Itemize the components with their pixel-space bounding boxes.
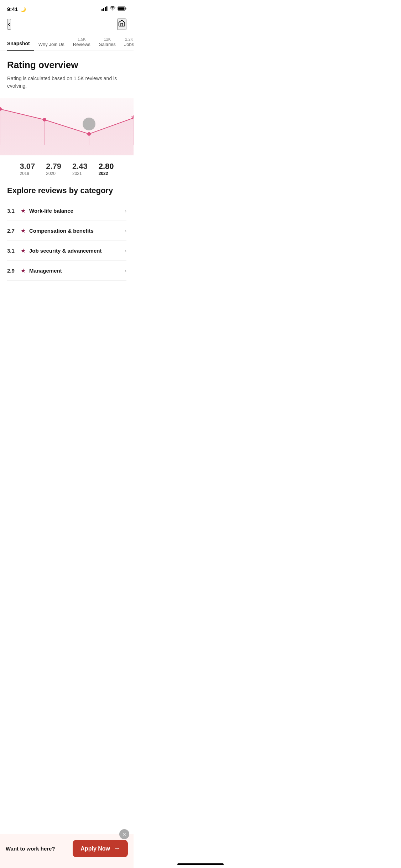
- tab-snapshot[interactable]: Snapshot: [7, 38, 34, 51]
- category-rating-compensation: 2.7: [7, 228, 17, 234]
- wifi-icon: [110, 6, 115, 12]
- tab-reviews-count: 1.5K: [78, 37, 86, 42]
- category-list: 3.1 ★ Work-life balance › 2.7 ★ Compensa…: [7, 201, 126, 281]
- category-name-job-security: Job security & advancement: [29, 248, 101, 254]
- home-button[interactable]: [117, 19, 126, 30]
- category-left-management: 2.9 ★ Management: [7, 267, 62, 274]
- nav-bar: ‹: [0, 16, 134, 34]
- explore-title: Explore reviews by category: [7, 186, 126, 195]
- star-icon-management: ★: [21, 267, 26, 274]
- category-management[interactable]: 2.9 ★ Management ›: [7, 261, 126, 281]
- chart-label-2020: 2.79 2020: [46, 162, 61, 176]
- tab-reviews-label: Reviews: [73, 42, 90, 47]
- chart-labels: 3.07 2019 2.79 2020 2.43 2021 2.80 2022: [7, 159, 126, 183]
- chevron-right-icon-management: ›: [125, 268, 126, 274]
- star-icon-compensation: ★: [21, 227, 26, 234]
- tab-why-join-us-label: Why Join Us: [38, 42, 64, 47]
- chart-year-2020: 2020: [46, 171, 56, 176]
- category-rating-job-security: 3.1: [7, 248, 17, 254]
- chart-value-2019: 3.07: [20, 162, 35, 171]
- tab-salaries-count: 12K: [104, 37, 111, 42]
- chart-value-2022: 2.80: [99, 162, 114, 171]
- svg-rect-1: [103, 8, 104, 11]
- chart-year-2022: 2022: [99, 171, 108, 176]
- chevron-right-icon-job-security: ›: [125, 248, 126, 254]
- category-left-work-life: 3.1 ★ Work-life balance: [7, 207, 73, 214]
- tab-jobs-count: 2.2K: [125, 37, 133, 42]
- svg-text:★: ★: [131, 114, 134, 121]
- status-icons: [101, 6, 126, 12]
- svg-rect-6: [118, 7, 125, 10]
- svg-rect-3: [106, 6, 108, 11]
- rating-chart: ★: [0, 98, 134, 155]
- category-name-management: Management: [29, 268, 62, 274]
- time-display: 9:41: [7, 6, 18, 12]
- tabs-container: Snapshot Why Join Us 1.5K Reviews 12K Sa…: [0, 34, 134, 51]
- svg-point-11: [83, 118, 95, 130]
- main-content: Rating overview Rating is calculated bas…: [0, 51, 134, 327]
- category-work-life-balance[interactable]: 3.1 ★ Work-life balance ›: [7, 201, 126, 221]
- category-job-security[interactable]: 3.1 ★ Job security & advancement ›: [7, 241, 126, 261]
- category-rating-work-life: 3.1: [7, 208, 17, 214]
- tab-salaries-label: Salaries: [99, 42, 116, 47]
- chart-label-2022: 2.80 2022: [99, 162, 114, 176]
- tab-reviews[interactable]: 1.5K Reviews: [69, 34, 95, 51]
- status-bar: 9:41 🌙: [0, 0, 134, 16]
- star-icon-work-life: ★: [21, 207, 26, 214]
- svg-rect-0: [101, 9, 103, 11]
- battery-icon: [118, 6, 126, 12]
- tab-jobs-label: Jobs: [124, 42, 134, 47]
- rating-overview-title: Rating overview: [7, 60, 126, 71]
- category-left-compensation: 2.7 ★ Compensation & benefits: [7, 227, 94, 234]
- category-left-job-security: 3.1 ★ Job security & advancement: [7, 247, 101, 254]
- tab-jobs[interactable]: 2.2K Jobs: [120, 34, 134, 51]
- moon-icon: 🌙: [20, 7, 26, 12]
- chart-value-2020: 2.79: [46, 162, 61, 171]
- chevron-right-icon-work-life: ›: [125, 208, 126, 214]
- tab-salaries[interactable]: 12K Salaries: [95, 34, 120, 51]
- status-time: 9:41 🌙: [7, 6, 26, 12]
- rating-subtitle: Rating is calculated based on 1.5K revie…: [7, 75, 126, 90]
- chart-year-2019: 2019: [20, 171, 29, 176]
- category-rating-management: 2.9: [7, 268, 17, 274]
- svg-rect-5: [126, 8, 126, 10]
- chart-value-2021: 2.43: [72, 162, 88, 171]
- signal-icon: [101, 6, 108, 12]
- category-compensation[interactable]: 2.7 ★ Compensation & benefits ›: [7, 221, 126, 241]
- chevron-right-icon-compensation: ›: [125, 228, 126, 234]
- chart-label-2021: 2.43 2021: [72, 162, 88, 176]
- tab-why-join-us[interactable]: Why Join Us: [34, 39, 69, 51]
- chart-year-2021: 2021: [72, 171, 82, 176]
- category-name-compensation: Compensation & benefits: [29, 228, 94, 234]
- star-icon-job-security: ★: [21, 247, 26, 254]
- back-button[interactable]: ‹: [7, 19, 11, 30]
- tab-snapshot-label: Snapshot: [7, 41, 30, 46]
- chart-label-2019: 3.07 2019: [20, 162, 35, 176]
- svg-rect-2: [105, 7, 106, 11]
- category-name-work-life: Work-life balance: [29, 208, 73, 214]
